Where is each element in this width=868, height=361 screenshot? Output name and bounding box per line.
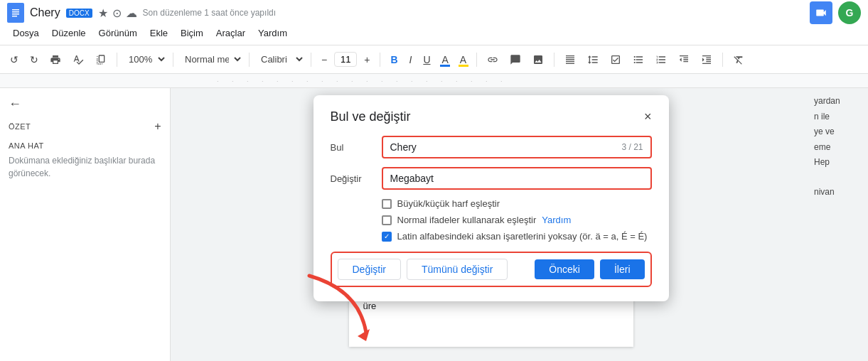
replace-all-button[interactable]: Tümünü değiştir <box>407 259 508 280</box>
find-replace-dialog: Bul ve değiştir × Bul Chery 3 / 21 Değiş… <box>314 95 669 301</box>
replace-input-container: Megabayt <box>382 167 652 190</box>
font-select[interactable]: Calibri <box>255 52 305 67</box>
right-text-3: ye ve <box>814 124 865 140</box>
comment-button[interactable] <box>505 51 525 68</box>
regex-help-link[interactable]: Yardım <box>542 215 571 225</box>
style-select[interactable]: Normal me... <box>179 52 243 67</box>
bold-button[interactable]: B <box>386 51 402 68</box>
replace-input-value[interactable]: Megabayt <box>390 173 434 184</box>
document-area: Che Asy Tür Av Av olu be Ch Ch oto üre B… <box>171 88 811 361</box>
history-icon[interactable]: ⊙ <box>112 6 122 20</box>
regex-match-label: Normal ifadeler kullanarak eşleştir <box>397 215 537 225</box>
indent-decrease-button[interactable] <box>674 51 694 68</box>
image-button[interactable] <box>528 51 548 68</box>
svg-rect-2 <box>12 11 19 13</box>
line-spacing-button[interactable] <box>583 51 603 68</box>
cloud-icon[interactable]: ☁ <box>126 6 137 20</box>
highlight-button[interactable]: A <box>456 51 471 68</box>
clear-format-button[interactable] <box>729 51 749 68</box>
regex-match-checkbox[interactable] <box>382 215 392 225</box>
menu-item-dosya[interactable]: Dosya <box>7 26 45 40</box>
align-button[interactable] <box>560 51 580 68</box>
toolbar: ↺ ↻ 100% Normal me... Calibri − + B I U … <box>0 45 868 74</box>
numbered-list-button[interactable] <box>651 51 671 68</box>
doc-app-icon <box>7 3 24 23</box>
link-button[interactable] <box>483 51 503 68</box>
font-decrease-button[interactable]: − <box>317 51 331 68</box>
svg-rect-1 <box>12 9 19 11</box>
sidebar: ← ÖZET + ANA HAT Dokümana eklediğiniz ba… <box>0 88 171 361</box>
find-input-value[interactable]: Chery <box>390 141 417 153</box>
svg-rect-0 <box>11 6 21 19</box>
case-match-checkbox[interactable] <box>382 199 392 209</box>
menu-item-bicim[interactable]: Biçim <box>175 26 209 40</box>
outline-empty-text: Dokümana eklediğiniz başlıklar burada gö… <box>9 154 161 180</box>
svg-rect-4 <box>12 16 17 17</box>
right-text-2: n ile <box>814 109 865 125</box>
prev-button[interactable]: Önceki <box>535 259 594 279</box>
right-text-1: yardan <box>814 94 865 109</box>
star-icon[interactable]: ★ <box>98 6 108 20</box>
divider-2 <box>173 53 173 67</box>
replace-button[interactable]: Değiştir <box>338 259 401 280</box>
redo-button[interactable]: ↻ <box>26 51 43 68</box>
document-title: Chery <box>30 6 60 19</box>
save-status[interactable]: Son düzenleme 1 saat önce yapıldı <box>143 8 276 18</box>
divider-4 <box>311 53 311 67</box>
checklist-button[interactable] <box>606 51 626 68</box>
next-button[interactable]: İleri <box>600 259 645 279</box>
ruler: · · · · · · · · · · · · · · · · · · · · <box>0 74 868 88</box>
find-count: 3 / 21 <box>621 142 643 152</box>
outline-section-label: ANA HAT <box>9 141 161 150</box>
find-input-container: Chery 3 / 21 <box>382 136 652 158</box>
print-button[interactable] <box>45 51 65 68</box>
right-text-7: nivan <box>814 185 865 200</box>
replace-label: Değiştir <box>331 173 373 184</box>
meet-icon[interactable] <box>810 1 832 24</box>
zoom-select[interactable]: 100% <box>123 52 167 67</box>
menu-bar: Dosya Düzenle Görünüm Ekle Biçim Araçlar… <box>0 23 868 43</box>
back-button[interactable]: ← <box>9 97 21 112</box>
copy-format-button[interactable] <box>91 51 111 68</box>
divider-8 <box>722 53 723 67</box>
indent-increase-button[interactable] <box>697 51 717 68</box>
user-avatar[interactable]: G <box>838 1 861 24</box>
font-increase-button[interactable]: + <box>360 51 374 68</box>
underline-button[interactable]: U <box>419 51 434 68</box>
divider-7 <box>554 53 554 67</box>
summary-section-label: ÖZET <box>9 122 31 131</box>
add-summary-button[interactable]: + <box>154 120 161 133</box>
right-text-4: eme <box>814 140 865 156</box>
menu-item-gorunum[interactable]: Görünüm <box>93 26 143 40</box>
docx-badge: DOCX <box>66 9 92 18</box>
divider-3 <box>249 53 250 67</box>
svg-rect-3 <box>12 14 19 15</box>
divider-5 <box>380 53 380 67</box>
right-text-5: Hep <box>814 155 865 171</box>
bullet-list-button[interactable] <box>628 51 648 68</box>
spell-check-button[interactable] <box>68 51 88 68</box>
menu-item-ekle[interactable]: Ekle <box>144 26 173 40</box>
dialog-title: Bul ve değiştir <box>331 109 411 124</box>
case-match-label: Büyük/küçük harf eşleştir <box>397 198 500 209</box>
menu-item-duzenle[interactable]: Düzenle <box>46 26 92 40</box>
font-size-input[interactable] <box>334 52 357 67</box>
menu-item-araclar[interactable]: Araçlar <box>210 26 251 40</box>
right-text-panel: yardan n ile ye ve eme Hep nivan <box>811 88 868 361</box>
find-label: Bul <box>331 142 373 153</box>
accent-ignore-label: Latin alfabesindeki aksan işaretlerini y… <box>397 231 648 242</box>
divider-6 <box>476 53 477 67</box>
divider-1 <box>117 53 117 67</box>
text-color-button[interactable]: A <box>438 51 453 68</box>
undo-button[interactable]: ↺ <box>6 51 23 68</box>
dialog-footer: Değiştir Tümünü değiştir Önceki İleri <box>331 252 652 287</box>
dialog-options: Büyük/küçük harf eşleştir Normal ifadele… <box>382 198 652 242</box>
italic-button[interactable]: I <box>405 51 417 68</box>
menu-item-yardim[interactable]: Yardım <box>252 26 293 40</box>
dialog-close-button[interactable]: × <box>644 109 652 124</box>
accent-ignore-checkbox[interactable]: ✓ <box>382 232 392 242</box>
